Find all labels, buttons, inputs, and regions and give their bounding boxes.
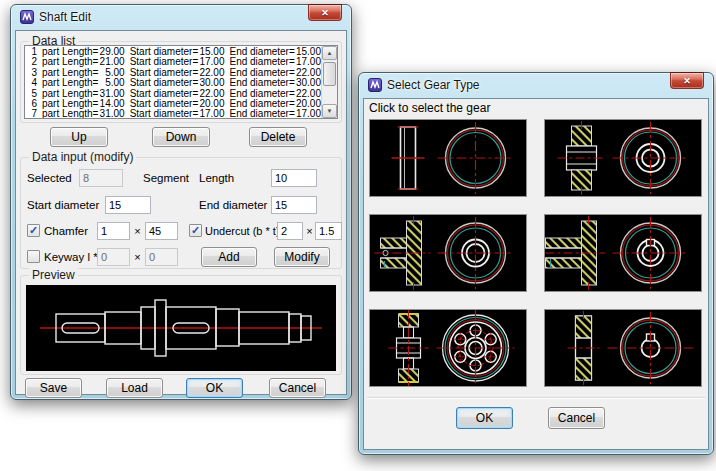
scroll-thumb[interactable] [323,62,336,86]
shaft-data-list[interactable]: 1part Length=29.00Start diameter=15.00En… [24,45,338,119]
gear-tile-lightening-holes[interactable] [369,309,527,387]
shaft-dialog-title: Shaft Edit [39,10,91,24]
shaft-edit-dialog: Shaft Edit ✕ Data list 1part Length=29.0… [10,4,352,400]
load-button[interactable]: Load [106,378,163,398]
row-end: 17.00 [295,109,321,118]
end-diameter-label: End diameter [199,196,267,214]
undercut-checkbox[interactable]: ✓ [189,224,202,237]
row-num: 7 [28,109,37,118]
row-start: 17.00 [198,109,224,118]
chamfer-checkbox[interactable]: ✓ [27,224,40,237]
ok-button[interactable]: OK [456,407,513,429]
row-start-label: Start diameter= [130,109,199,118]
row-length: 31.00 [98,109,124,118]
undercut-b-field[interactable] [277,222,303,240]
list-item[interactable]: 7part Length=31.00Start diameter=17.00En… [28,109,321,118]
shaft-data-rows: 1part Length=29.00Start diameter=15.00En… [25,46,321,118]
shaft-dialog-client: Data list 1part Length=29.00Start diamet… [15,30,347,395]
delete-button[interactable]: Delete [249,127,307,147]
start-diameter-field[interactable] [105,196,151,214]
scroll-up-icon[interactable]: ▲ [322,46,337,60]
chamfer-times-label: × [133,222,142,240]
down-button[interactable]: Down [152,127,210,147]
selected-field[interactable] [79,169,123,187]
keyway-l-field[interactable] [97,248,130,266]
scroll-down-icon[interactable]: ▼ [322,104,337,118]
close-icon[interactable]: ✕ [670,72,704,89]
segment-label: Segment [143,169,189,187]
ok-button[interactable]: OK [186,378,243,398]
preview-group: Preview [20,275,342,375]
keyway-checkbox[interactable] [27,250,40,263]
length-field[interactable] [271,169,317,187]
footer-separator [367,397,705,399]
select-gear-type-dialog: Select Gear Type ✕ Click to select the g… [358,72,714,455]
start-diameter-label: Start diameter [27,196,99,214]
gear-tile-hub-section[interactable] [544,119,702,197]
add-button[interactable]: Add [201,247,257,267]
gear-tile-left-hub[interactable] [369,214,527,292]
undercut-t-field[interactable] [315,222,342,240]
length-label: Length [199,169,234,187]
row-part-label: part Length= [42,109,98,118]
save-button[interactable]: Save [25,378,82,398]
cancel-button[interactable]: Cancel [548,407,605,429]
up-button[interactable]: Up [50,127,108,147]
data-input-group-label: Data input (modify) [29,150,136,164]
close-icon[interactable]: ✕ [308,4,342,21]
cancel-button[interactable]: Cancel [269,378,326,398]
list-scrollbar[interactable]: ▲ ▼ [321,46,337,118]
gear-tile-long-hub[interactable] [544,214,702,292]
row-end-label: End diameter= [229,109,294,118]
data-input-group: Data input (modify) Selected Segment Len… [20,157,342,269]
chamfer-angle-field[interactable] [145,222,178,240]
gear-tile-grid [369,119,702,387]
keyway-b-field[interactable] [145,248,178,266]
gear-dialog-title: Select Gear Type [387,78,480,92]
modify-button[interactable]: Modify [274,247,330,267]
undercut-times-label: × [305,222,314,240]
gear-instruction-label: Click to select the gear [369,99,490,117]
shaft-edit-titlebar[interactable]: Shaft Edit ✕ [11,5,351,29]
gear-dialog-titlebar[interactable]: Select Gear Type ✕ [359,73,713,97]
selected-label: Selected [27,169,72,187]
gear-dialog-client: Click to select the gear [363,98,709,450]
gear-tile-plain-spur[interactable] [369,119,527,197]
undercut-label: Undercut (b * t) [205,222,280,240]
preview-group-label: Preview [29,268,78,282]
shaft-preview-canvas [26,285,336,371]
gear-tile-keyed-bore[interactable] [544,309,702,387]
end-diameter-field[interactable] [271,196,317,214]
keyway-times-label: × [133,248,142,266]
shaft-drawing [26,285,336,371]
app-icon [368,78,382,92]
data-list-group: Data list 1part Length=29.00Start diamet… [20,41,342,123]
app-icon [20,10,34,24]
chamfer-label: Chamfer [44,222,88,240]
chamfer-size-field[interactable] [97,222,130,240]
